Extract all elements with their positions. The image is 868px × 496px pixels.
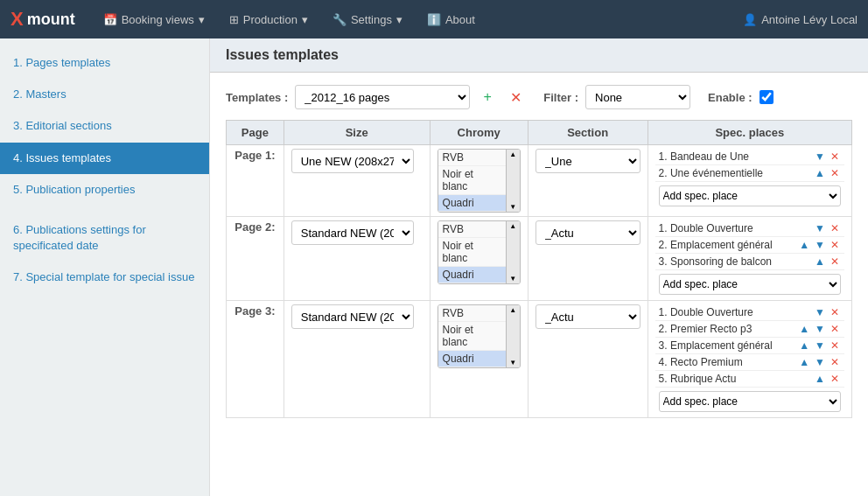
size-select[interactable]: Une NEW (208x276) [291, 149, 414, 173]
chromy-option[interactable]: RVB [438, 221, 506, 238]
spec-place-up-button[interactable]: ▲ [813, 168, 827, 178]
cell-size: Une NEW (208x276) [284, 145, 430, 217]
issues-table: Page Size Chromy Section Spec. places Pa… [226, 120, 852, 418]
spec-place-actions: ▲▼✕ [797, 324, 841, 334]
sidebar-item-pages-templates[interactable]: 1. Pages templates [0, 47, 209, 79]
cell-spec-places: 1. Double Ouverture▼✕2. Emplacement géné… [648, 217, 851, 301]
size-select[interactable]: Standard NEW (208x276 [291, 220, 414, 245]
sidebar-item-publication-properties[interactable]: 5. Publication properties [0, 174, 209, 206]
spec-place-down-button[interactable]: ▼ [813, 240, 827, 250]
chromy-scroll-up[interactable]: ▲ [507, 221, 520, 231]
spec-place-delete-button[interactable]: ✕ [829, 374, 841, 384]
brand-logo[interactable]: X mount [10, 8, 75, 31]
spec-place-up-button[interactable]: ▲ [813, 256, 827, 267]
spec-place-name: 3. Emplacement général [659, 339, 798, 352]
sidebar-item-editorial-sections[interactable]: 3. Editorial sections [0, 110, 209, 142]
spec-place-row: 5. Rubrique Actu▲✕ [655, 371, 844, 388]
booking-views-icon: 📅 [103, 13, 117, 26]
chromy-option[interactable]: Quadri [438, 267, 506, 283]
chromy-scroll-up[interactable]: ▲ [507, 150, 520, 159]
chromy-scroll-down[interactable]: ▼ [507, 274, 520, 283]
templates-label: Templates : [226, 91, 288, 104]
enable-label: Enable : [708, 91, 752, 104]
chromy-option[interactable]: RVB [438, 305, 506, 322]
spec-place-delete-button[interactable]: ✕ [829, 151, 841, 162]
add-spec-place-select[interactable]: Add spec. place [659, 274, 841, 295]
chromy-option[interactable]: Noir et blanc [438, 238, 506, 267]
chromy-scroll-up[interactable]: ▲ [507, 305, 520, 315]
templates-select[interactable]: _2012_16 pages [295, 85, 470, 109]
spec-place-row: 3. Emplacement général▲▼✕ [655, 338, 844, 354]
delete-template-button[interactable]: ✕ [505, 87, 526, 108]
spec-place-name: 1. Double Ouverture [659, 222, 814, 234]
spec-place-row: 4. Recto Premium▲▼✕ [655, 354, 844, 371]
nav-production[interactable]: ⊞ Production ▾ [219, 8, 318, 31]
spec-place-delete-button[interactable]: ✕ [829, 340, 841, 351]
spec-place-delete-button[interactable]: ✕ [829, 357, 841, 367]
cell-chromy: RVBNoir et blancQuadri▲▼ [430, 145, 528, 217]
cell-section: _Une [528, 145, 648, 217]
spec-place-delete-button[interactable]: ✕ [829, 256, 841, 267]
sidebar-item-publications-settings[interactable]: 6. Publications settings for specificate… [0, 214, 209, 262]
spec-place-delete-button[interactable]: ✕ [829, 307, 841, 318]
spec-place-actions: ▲✕ [813, 168, 841, 178]
section-select[interactable]: _Actu [536, 220, 640, 245]
spec-place-name: 5. Rubrique Actu [659, 373, 814, 385]
spec-place-up-button[interactable]: ▲ [797, 324, 811, 334]
chromy-option[interactable]: Noir et blanc [438, 322, 506, 351]
spec-place-delete-button[interactable]: ✕ [829, 240, 841, 250]
enable-checkbox[interactable] [760, 90, 774, 104]
spec-place-row: 2. Emplacement général▲▼✕ [655, 237, 844, 254]
spec-place-name: 4. Recto Premium [659, 356, 798, 368]
sidebar-item-special-template[interactable]: 7. Special template for special issue [0, 262, 209, 293]
spec-place-down-button[interactable]: ▼ [813, 324, 827, 334]
spec-place-down-button[interactable]: ▼ [813, 151, 827, 162]
spec-place-down-button[interactable]: ▼ [813, 307, 827, 318]
size-select[interactable]: Standard NEW (208x276 [291, 304, 414, 329]
spec-place-up-button[interactable]: ▲ [797, 357, 811, 367]
filter-select[interactable]: None [585, 85, 690, 109]
spec-place-actions: ▲✕ [813, 374, 841, 384]
sidebar-item-issues-templates[interactable]: 4. Issues templates [0, 143, 209, 174]
table-row: Page 2:Standard NEW (208x276RVBNoir et b… [227, 217, 852, 301]
spec-place-up-button[interactable]: ▲ [797, 240, 811, 250]
spec-place-up-button[interactable]: ▲ [797, 340, 811, 351]
toolbar: Templates : _2012_16 pages + ✕ Filter : … [226, 85, 852, 109]
chromy-scroll-down[interactable]: ▼ [507, 358, 520, 367]
spec-place-name: 1. Bandeau de Une [659, 150, 814, 163]
cell-page: Page 2: [227, 217, 284, 301]
nav-about[interactable]: ℹ️ About [416, 8, 486, 31]
section-select[interactable]: _Une [536, 149, 640, 173]
spec-place-down-button[interactable]: ▼ [813, 223, 827, 234]
main-content: Issues templates Templates : _2012_16 pa… [210, 38, 868, 496]
table-row: Page 3:Standard NEW (208x276RVBNoir et b… [227, 301, 852, 418]
chromy-option[interactable]: RVB [438, 150, 506, 166]
production-dropdown-icon: ▾ [302, 13, 308, 26]
section-select[interactable]: _Actu [536, 304, 640, 329]
spec-place-up-button[interactable]: ▲ [813, 374, 827, 384]
nav-booking-views[interactable]: 📅 Booking views ▾ [93, 8, 215, 31]
spec-place-row: 3. Sponsoring de balcon▲✕ [655, 254, 844, 270]
spec-place-down-button[interactable]: ▼ [813, 340, 827, 351]
cell-chromy: RVBNoir et blancQuadri▲▼ [430, 301, 528, 418]
spec-place-delete-button[interactable]: ✕ [829, 324, 841, 334]
cell-page: Page 1: [227, 145, 284, 217]
add-spec-place-select[interactable]: Add spec. place [659, 391, 841, 412]
nav-production-label: Production [243, 13, 298, 26]
nav-about-label: About [445, 13, 475, 26]
add-spec-place-row: Add spec. place [655, 182, 844, 208]
chromy-scroll-down[interactable]: ▼ [507, 202, 520, 212]
spec-place-delete-button[interactable]: ✕ [829, 223, 841, 234]
spec-place-down-button[interactable]: ▼ [813, 357, 827, 367]
brand-name: mount [27, 10, 75, 29]
chromy-option[interactable]: Noir et blanc [438, 166, 506, 195]
sidebar-item-masters[interactable]: 2. Masters [0, 79, 209, 110]
chromy-option[interactable]: Quadri [438, 195, 506, 212]
spec-place-delete-button[interactable]: ✕ [829, 168, 841, 178]
production-icon: ⊞ [229, 13, 239, 26]
nav-settings[interactable]: 🔧 Settings ▾ [322, 8, 413, 31]
chromy-option[interactable]: Quadri [438, 351, 506, 367]
add-spec-place-select[interactable]: Add spec. place [659, 185, 841, 206]
cell-spec-places: 1. Double Ouverture▼✕2. Premier Recto p3… [648, 301, 851, 418]
add-template-button[interactable]: + [477, 87, 498, 108]
